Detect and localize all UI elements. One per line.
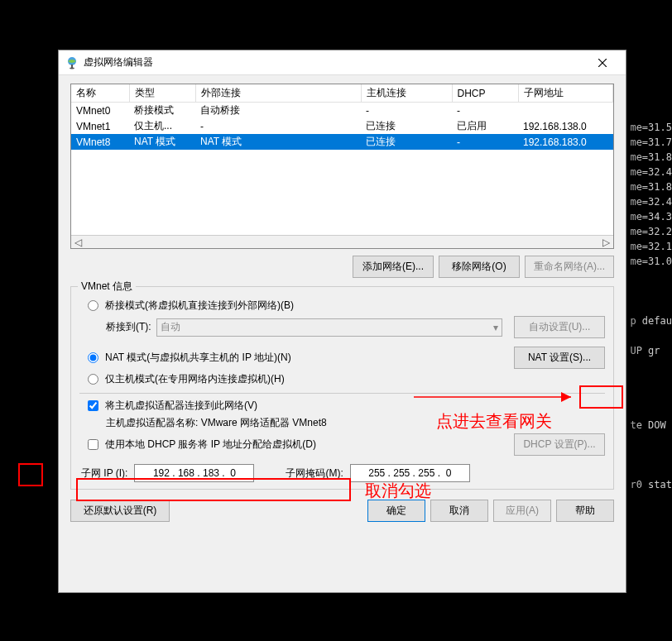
table-cell bbox=[518, 103, 613, 119]
bridge-to-select: 自动 ▾ bbox=[156, 318, 502, 337]
host-adapter-name: 主机虚拟适配器名称: VMware 网络适配器 VMnet8 bbox=[79, 416, 605, 430]
hostonly-mode-label: 仅主机模式(在专用网络内连接虚拟机)(H) bbox=[105, 372, 285, 386]
svg-rect-1 bbox=[71, 65, 73, 68]
column-header[interactable]: 外部连接 bbox=[195, 84, 361, 103]
column-header[interactable]: 名称 bbox=[71, 84, 129, 103]
titlebar: 虚拟网络编辑器 bbox=[59, 50, 626, 75]
cancel-button[interactable]: 取消 bbox=[430, 500, 488, 522]
table-cell: 自动桥接 bbox=[195, 103, 361, 119]
chevron-down-icon: ▾ bbox=[493, 322, 498, 333]
nat-mode-label: NAT 模式(与虚拟机共享主机的 IP 地址)(N) bbox=[105, 351, 291, 365]
connect-host-adapter-label: 将主机虚拟适配器连接到此网络(V) bbox=[105, 399, 257, 413]
table-cell: 192.168.183.0 bbox=[518, 134, 613, 150]
table-cell: - bbox=[452, 103, 518, 119]
group-title: VMnet 信息 bbox=[78, 280, 136, 294]
table-cell: VMnet8 bbox=[71, 134, 129, 150]
subnet-mask-label: 子网掩码(M): bbox=[286, 466, 343, 481]
bridge-mode-label: 桥接模式(将虚拟机直接连接到外部网络)(B) bbox=[105, 299, 294, 313]
hostonly-mode-radio[interactable] bbox=[88, 374, 98, 385]
horizontal-scrollbar[interactable]: ◁ ▷ bbox=[71, 235, 613, 248]
scroll-right-icon[interactable]: ▷ bbox=[599, 237, 613, 248]
bridge-to-label: 桥接到(T): bbox=[106, 320, 151, 334]
background-terminal: me=31.5 me=31.7 me=31.8 me=32.4 me=31.8 … bbox=[630, 120, 672, 492]
scroll-left-icon[interactable]: ◁ bbox=[71, 237, 85, 248]
table-cell: 已启用 bbox=[452, 118, 518, 134]
column-header[interactable]: 类型 bbox=[129, 84, 195, 103]
table-cell: - bbox=[452, 134, 518, 150]
table-cell: NAT 模式 bbox=[195, 134, 361, 150]
connect-host-adapter-checkbox[interactable] bbox=[88, 400, 98, 411]
app-icon bbox=[65, 56, 79, 69]
use-dhcp-checkbox[interactable] bbox=[88, 439, 98, 450]
table-cell: 已连接 bbox=[361, 134, 452, 150]
nat-mode-radio[interactable] bbox=[88, 352, 98, 363]
table-cell: VMnet1 bbox=[71, 118, 129, 134]
apply-button: 应用(A) bbox=[493, 500, 551, 522]
bridge-mode-radio[interactable] bbox=[88, 300, 98, 311]
table-cell: 192.168.138.0 bbox=[518, 118, 613, 134]
table-cell: 桥接模式 bbox=[129, 103, 195, 119]
subnet-mask-input[interactable] bbox=[350, 464, 470, 482]
help-button[interactable]: 帮助 bbox=[556, 500, 614, 522]
column-header[interactable]: DHCP bbox=[452, 84, 518, 103]
table-cell: 已连接 bbox=[361, 118, 452, 134]
table-cell: - bbox=[361, 103, 452, 119]
column-header[interactable]: 子网地址 bbox=[518, 84, 613, 103]
column-header[interactable]: 主机连接 bbox=[361, 84, 452, 103]
table-cell: VMnet0 bbox=[71, 103, 129, 119]
close-button[interactable] bbox=[586, 51, 619, 74]
remove-network-button[interactable]: 移除网络(O) bbox=[439, 256, 520, 278]
close-icon bbox=[598, 59, 607, 67]
table-cell: - bbox=[195, 118, 361, 134]
bridge-to-value: 自动 bbox=[161, 320, 180, 334]
table-row[interactable]: VMnet8NAT 模式NAT 模式已连接-192.168.183.0 bbox=[71, 134, 613, 150]
rename-network-button: 重命名网络(A)... bbox=[525, 256, 614, 278]
dhcp-settings-button: DHCP 设置(P)... bbox=[514, 433, 605, 456]
table-row[interactable]: VMnet1仅主机...-已连接已启用192.168.138.0 bbox=[71, 118, 613, 134]
annotation-box-left bbox=[18, 463, 43, 486]
subnet-ip-label: 子网 IP (I): bbox=[81, 466, 127, 481]
use-dhcp-label: 使用本地 DHCP 服务将 IP 地址分配给虚拟机(D) bbox=[105, 438, 316, 452]
vmnet-info-group: VMnet 信息 桥接模式(将虚拟机直接连接到外部网络)(B) 桥接到(T): … bbox=[70, 286, 614, 490]
svg-point-2 bbox=[70, 67, 74, 69]
separator bbox=[79, 393, 605, 394]
dialog-title: 虚拟网络编辑器 bbox=[84, 55, 586, 69]
network-table[interactable]: 名称类型外部连接主机连接DHCP子网地址 VMnet0桥接模式自动桥接--VMn… bbox=[70, 84, 614, 249]
table-cell: 仅主机... bbox=[129, 118, 195, 134]
ok-button[interactable]: 确定 bbox=[367, 500, 425, 522]
table-row[interactable]: VMnet0桥接模式自动桥接-- bbox=[71, 103, 613, 119]
vmnet-editor-dialog: 虚拟网络编辑器 名称类型外部连接主机连接DHCP子网地址 VMnet0桥接模式自… bbox=[58, 50, 626, 593]
subnet-ip-input[interactable] bbox=[134, 464, 254, 482]
restore-defaults-button[interactable]: 还原默认设置(R) bbox=[70, 500, 170, 522]
nat-settings-button[interactable]: NAT 设置(S)... bbox=[514, 347, 605, 369]
add-network-button[interactable]: 添加网络(E)... bbox=[353, 256, 434, 278]
auto-settings-button: 自动设置(U)... bbox=[514, 316, 605, 338]
table-cell: NAT 模式 bbox=[129, 134, 195, 150]
